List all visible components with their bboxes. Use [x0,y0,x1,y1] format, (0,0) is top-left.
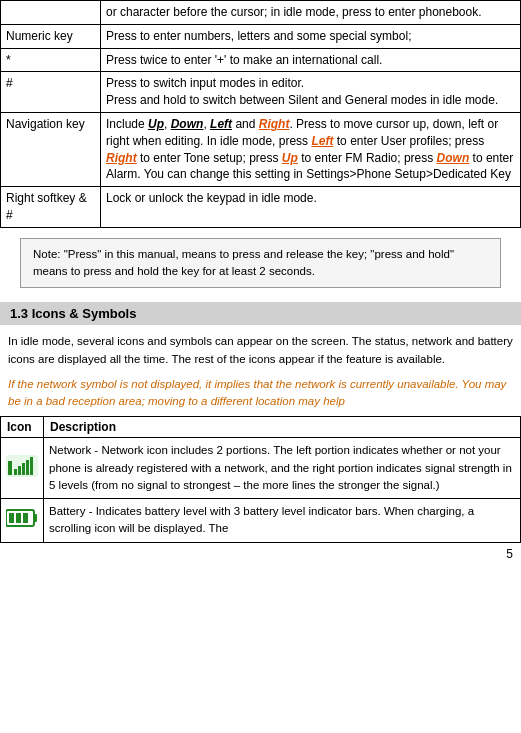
battery-desc: Battery - Indicates battery level with 3… [44,499,521,543]
key-cell: * [1,48,101,72]
svg-rect-11 [23,513,28,523]
table-row: Navigation key Include Up, Down, Left an… [1,112,521,186]
desc-cell: Include Up, Down, Left and Right. Press … [101,112,521,186]
svg-rect-6 [30,457,33,475]
svg-rect-3 [18,466,21,475]
page-number-text: 5 [506,547,513,561]
table-row: Right softkey & # Lock or unlock the key… [1,187,521,228]
nav-down-text: Down [171,117,204,131]
page-number: 5 [0,543,521,565]
table-row: Network - Network icon includes 2 portio… [1,438,521,499]
section-body-text: In idle mode, several icons and symbols … [8,335,513,364]
desc-text: Press twice to enter '+' to make an inte… [106,53,382,67]
key-cell: # [1,72,101,113]
svg-rect-10 [16,513,21,523]
note-box: Note: "Press" in this manual, means to p… [20,238,501,289]
desc-cell: Lock or unlock the keypad in idle mode. [101,187,521,228]
nav-left2-text: Left [311,134,333,148]
nav-up2-text: Up [282,151,298,165]
key-label: Navigation key [6,117,85,131]
network-desc-text: Network - Network icon includes 2 portio… [49,444,512,491]
nav-right-text: Right [259,117,290,131]
svg-rect-4 [22,463,25,475]
table-row: * Press twice to enter '+' to make an in… [1,48,521,72]
svg-rect-2 [14,469,17,475]
section-body: In idle mode, several icons and symbols … [0,333,521,368]
nav-down2-text: Down [437,151,470,165]
svg-rect-9 [9,513,14,523]
key-cell [1,1,101,25]
section-header: 1.3 Icons & Symbols [0,302,521,325]
network-icon [6,455,38,477]
table-row: Battery - Indicates battery level with 3… [1,499,521,543]
table-row: # Press to switch input modes in editor.… [1,72,521,113]
desc-cell: Press twice to enter '+' to make an inte… [101,48,521,72]
key-label: * [6,53,11,67]
key-cell: Numeric key [1,24,101,48]
icon-table-header-row: Icon Description [1,417,521,438]
svg-rect-1 [8,461,12,475]
key-cell: Right softkey & # [1,187,101,228]
desc-text: Lock or unlock the keypad in idle mode. [106,191,317,205]
network-desc: Network - Network icon includes 2 portio… [44,438,521,499]
table-row: or character before the cursor; in idle … [1,1,521,25]
key-reference-table: or character before the cursor; in idle … [0,0,521,228]
desc-cell: Press to switch input modes in editor. P… [101,72,521,113]
battery-icon [6,507,38,529]
key-cell: Navigation key [1,112,101,186]
section-title: 1.3 Icons & Symbols [10,306,136,321]
icon-cell-network [1,438,44,499]
desc-text: Press to enter numbers, letters and some… [106,29,411,43]
desc-col-header: Description [44,417,521,438]
key-label: Right softkey & # [6,191,87,222]
svg-rect-5 [26,460,29,475]
desc-cell: Press to enter numbers, letters and some… [101,24,521,48]
battery-desc-text: Battery - Indicates battery level with 3… [49,505,474,534]
key-label: Numeric key [6,29,73,43]
nav-left-text: Left [210,117,232,131]
nav-up-text: Up [148,117,164,131]
table-row: Numeric key Press to enter numbers, lett… [1,24,521,48]
icon-table: Icon Description Networ [0,416,521,542]
italic-notice: If the network symbol is not displayed, … [0,376,521,411]
key-label: # [6,76,13,90]
italic-notice-text: If the network symbol is not displayed, … [8,378,506,407]
desc-cell: or character before the cursor; in idle … [101,1,521,25]
icon-cell-battery [1,499,44,543]
svg-rect-8 [34,514,37,522]
icon-col-header: Icon [1,417,44,438]
desc-text: or character before the cursor; in idle … [106,5,482,19]
nav-right2-text: Right [106,151,137,165]
note-text: Note: "Press" in this manual, means to p… [33,248,454,277]
